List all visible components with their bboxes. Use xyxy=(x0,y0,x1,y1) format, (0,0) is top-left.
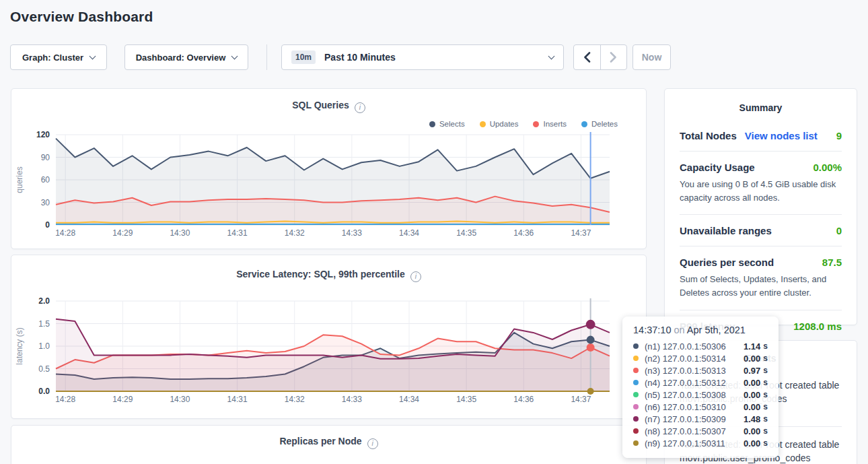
node-address: (n3) 127.0.0.1:50313 xyxy=(645,366,741,376)
unavailable-ranges-value: 0 xyxy=(836,225,842,236)
info-icon[interactable]: i xyxy=(410,271,421,282)
legend-label: Inserts xyxy=(543,120,567,128)
svg-text:14:35: 14:35 xyxy=(456,228,476,238)
node-color-dot-icon xyxy=(633,356,639,361)
replicas-per-node-panel: Replicas per Nodei xyxy=(11,425,647,464)
node-latency-value: 0.97 xyxy=(744,366,760,376)
node-latency-value: 0.00 xyxy=(744,378,760,388)
node-address: (n7) 127.0.0.1:50309 xyxy=(645,414,741,424)
total-nodes-label: Total Nodes xyxy=(680,130,737,141)
tooltip-date: Apr 5th, 2021 xyxy=(687,325,746,335)
svg-text:14:32: 14:32 xyxy=(285,395,305,404)
svg-text:30: 30 xyxy=(41,198,50,207)
node-latency-value: 0.00 xyxy=(744,438,760,449)
tooltip-node-row: (n6) 127.0.0.1:503100.00s xyxy=(633,401,768,413)
dashboard-selector-label: Dashboard: Overview xyxy=(136,53,226,63)
graph-selector-dropdown[interactable]: Graph: Cluster xyxy=(10,44,107,70)
sql-queries-panel: SQL Queriesi SelectsUpdatesInsertsDelete… xyxy=(11,88,647,249)
total-nodes-value: 9 xyxy=(836,130,842,141)
node-address: (n5) 127.0.0.1:50308 xyxy=(645,390,741,400)
svg-text:14:29: 14:29 xyxy=(112,395,133,404)
sql-queries-chart[interactable]: 030609012014:2814:2914:3014:3114:3214:33… xyxy=(11,129,646,245)
svg-text:14:28: 14:28 xyxy=(55,228,75,238)
node-address: (n8) 127.0.0.1:50307 xyxy=(645,426,741,436)
chart-hover-tooltip: 14:37:10 on Apr 5th, 2021 (n1) 127.0.0.1… xyxy=(622,317,779,458)
legend-item-deletes[interactable]: Deletes xyxy=(581,120,618,128)
node-color-dot-icon xyxy=(633,428,639,434)
summary-row-capacity: Capacity Usage 0.00% You are using 0 B o… xyxy=(680,152,842,215)
legend-dot-icon xyxy=(533,121,539,127)
previous-time-button[interactable] xyxy=(574,45,600,69)
time-range-label: Past 10 Minutes xyxy=(324,52,542,63)
graph-selector-label: Graph: Cluster xyxy=(22,53,83,63)
capacity-usage-label: Capacity Usage xyxy=(680,162,755,173)
legend-item-selects[interactable]: Selects xyxy=(429,120,465,128)
node-latency-value: 0.00 xyxy=(744,426,760,436)
tooltip-node-row: (n8) 127.0.0.1:503070.00s xyxy=(633,425,768,437)
node-color-dot-icon xyxy=(633,392,639,397)
chevron-down-icon xyxy=(89,53,96,59)
node-latency-unit: s xyxy=(763,354,768,363)
sql-queries-title: SQL Queries xyxy=(292,100,349,110)
summary-heading: Summary xyxy=(680,102,842,113)
svg-text:14:34: 14:34 xyxy=(399,228,419,238)
svg-text:120: 120 xyxy=(36,130,50,139)
svg-text:14:35: 14:35 xyxy=(456,395,476,404)
qps-value: 87.5 xyxy=(822,257,842,268)
summary-row-total-nodes: Total Nodes View nodes list 9 xyxy=(680,120,842,152)
service-latency-chart[interactable]: 0.00.51.01.52.014:2814:2914:3014:3114:32… xyxy=(11,296,646,411)
svg-text:14:30: 14:30 xyxy=(170,395,190,404)
svg-text:1.5: 1.5 xyxy=(38,319,50,329)
node-color-dot-icon xyxy=(633,380,639,385)
svg-text:queries: queries xyxy=(15,166,24,193)
node-address: (n2) 127.0.0.1:50314 xyxy=(645,354,741,364)
node-latency-value: 0.00 xyxy=(744,354,760,364)
svg-text:14:31: 14:31 xyxy=(227,395,248,404)
node-latency-unit: s xyxy=(763,426,768,436)
p99-latency-value: 1208.0 ms xyxy=(793,321,842,332)
node-color-dot-icon xyxy=(633,416,639,422)
time-range-dropdown[interactable]: 10m Past 10 Minutes xyxy=(281,44,564,70)
qps-label: Queries per second xyxy=(680,257,774,268)
tooltip-on-word: on xyxy=(674,325,684,335)
node-color-dot-icon xyxy=(633,343,639,349)
dashboard-selector-dropdown[interactable]: Dashboard: Overview xyxy=(124,44,248,70)
node-address: (n9) 127.0.0.1:50311 xyxy=(645,438,741,449)
tooltip-node-row: (n7) 127.0.0.1:503091.48s xyxy=(633,413,768,425)
legend-label: Deletes xyxy=(591,120,618,128)
time-range-badge: 10m xyxy=(291,51,316,64)
now-button[interactable]: Now xyxy=(632,44,671,70)
node-latency-unit: s xyxy=(763,438,768,448)
svg-text:14:37: 14:37 xyxy=(571,228,591,238)
node-color-dot-icon xyxy=(633,404,639,409)
info-icon[interactable]: i xyxy=(355,102,365,113)
legend-dot-icon xyxy=(429,121,435,127)
sql-queries-legend: SelectsUpdatesInsertsDeletes xyxy=(429,120,618,128)
node-latency-unit: s xyxy=(763,366,768,375)
service-latency-panel: Service Latency: SQL, 99th percentilei 0… xyxy=(11,255,647,419)
svg-text:14:30: 14:30 xyxy=(170,228,190,238)
view-nodes-list-link[interactable]: View nodes list xyxy=(745,130,818,141)
chart-title: Service Latency: SQL, 99th percentilei xyxy=(11,255,646,282)
chart-title: SQL Queriesi xyxy=(11,89,646,113)
chevron-down-icon xyxy=(231,53,238,59)
next-time-button[interactable] xyxy=(600,45,626,69)
svg-text:14:36: 14:36 xyxy=(513,395,534,404)
tooltip-node-row: (n4) 127.0.0.1:503120.00s xyxy=(633,376,768,389)
legend-dot-icon xyxy=(480,121,486,127)
svg-text:0: 0 xyxy=(45,220,50,230)
legend-item-updates[interactable]: Updates xyxy=(480,120,519,128)
node-color-dot-icon xyxy=(633,368,639,373)
tooltip-node-row: (n1) 127.0.0.1:503061.14s xyxy=(633,340,768,352)
info-icon[interactable]: i xyxy=(367,438,378,449)
chevron-right-icon xyxy=(610,52,617,63)
legend-item-inserts[interactable]: Inserts xyxy=(533,120,567,128)
chevron-left-icon xyxy=(583,52,591,63)
unavailable-ranges-label: Unavailable ranges xyxy=(680,225,772,236)
tooltip-timestamp: 14:37:10 on Apr 5th, 2021 xyxy=(633,325,768,335)
svg-text:14:33: 14:33 xyxy=(342,395,362,404)
tooltip-node-row: (n3) 127.0.0.1:503130.97s xyxy=(633,364,768,376)
node-address: (n4) 127.0.0.1:50312 xyxy=(645,378,741,388)
qps-desc: Sum of Selects, Updates, Inserts, and De… xyxy=(680,273,842,300)
tooltip-time: 14:37:10 xyxy=(633,325,671,335)
